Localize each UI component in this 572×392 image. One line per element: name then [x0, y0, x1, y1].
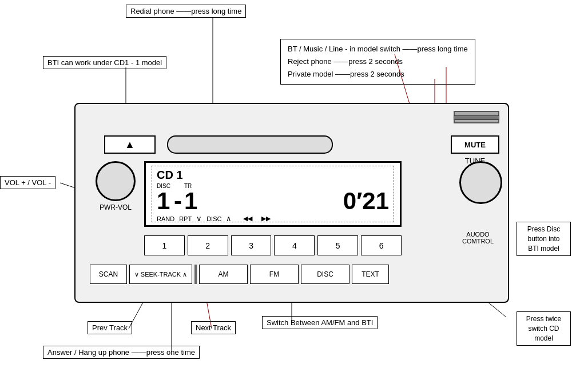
bti-cd1-annotation: BTI can work under CD1 - 1 model — [43, 56, 166, 69]
preset-btn-1[interactable]: 1 — [144, 235, 185, 255]
cd-label: CD 1 — [157, 169, 389, 182]
preset-btn-6[interactable]: 6 — [361, 235, 402, 255]
redial-annotation: Redial phone ——press long time — [126, 5, 246, 18]
scan-button[interactable]: SCAN — [90, 265, 127, 284]
prev-track-annotation: Prev Track — [88, 321, 132, 334]
tune-knob[interactable] — [459, 161, 502, 204]
fwd-button[interactable]: ▶▶ — [261, 215, 271, 222]
press-twice-annotation: Press twice switch CD model — [517, 311, 571, 346]
audio-control-label: AUODO COMTROL — [454, 231, 502, 245]
answer-hang-annotation: Answer / Hang up phone ——press one time — [43, 346, 200, 359]
fm-button[interactable]: FM — [250, 265, 299, 284]
press-disc-annotation: Press Disc button into BTI model — [517, 222, 571, 256]
rew-button[interactable]: ◀◀ — [243, 215, 252, 222]
vol-annotation: VOL + / VOL - — [0, 176, 55, 189]
preset-row: 1 2 3 4 5 6 — [144, 235, 402, 255]
eject-button[interactable]: ▲ — [104, 135, 156, 154]
rand-label: RAND — [157, 215, 174, 222]
rpt-label: RPT — [179, 215, 192, 222]
mute-button[interactable]: [object Object] MUTE — [451, 135, 499, 154]
tr-number: 1 — [184, 189, 197, 213]
preset-btn-2[interactable]: 2 — [188, 235, 228, 255]
next-track-annotation: Next Track — [191, 321, 236, 334]
pwr-vol-label: PWR-VOL — [93, 203, 138, 211]
cassette-strip — [454, 115, 499, 120]
display-time: 0′21 — [343, 189, 389, 213]
up-arrow: ∧ — [226, 214, 232, 223]
pwr-vol-knob[interactable] — [96, 161, 136, 201]
preset-btn-4[interactable]: 4 — [274, 235, 315, 255]
cd-slot[interactable] — [167, 135, 333, 154]
preset-btn-5[interactable]: 5 — [317, 235, 358, 255]
disc-number: 1 — [157, 189, 170, 213]
eject-icon: ▲ — [125, 139, 135, 151]
control-row: SCAN ∨ SEEK-TRACK ∧ AM FM DISC TEXT — [90, 264, 496, 285]
display-separator: - — [174, 189, 182, 213]
am-button[interactable]: AM — [199, 265, 248, 284]
radio-unit: ▲ [object Object] MUTE TUNE PWR-VOL CD 1… — [74, 103, 509, 303]
disc-text: DISC — [206, 215, 221, 222]
disc-button[interactable]: DISC — [301, 265, 349, 284]
preset-btn-3[interactable]: 3 — [231, 235, 272, 255]
switch-am-fm-annotation: Switch Between AM/FM and BTI — [262, 316, 378, 329]
text-button[interactable]: TEXT — [352, 265, 389, 284]
display-screen: CD 1 DISC 1 - TR 1 0′21 RAND RPT ∨ DISC … — [144, 161, 402, 227]
seek-track-button[interactable]: ∨ SEEK-TRACK ∧ — [129, 265, 192, 284]
down-arrow: ∨ — [196, 214, 202, 223]
mute-label: MUTE — [464, 141, 486, 149]
control-divider — [194, 265, 197, 284]
bt-music-annotation: BT / Music / Line - in model switch ——pr… — [280, 39, 475, 85]
